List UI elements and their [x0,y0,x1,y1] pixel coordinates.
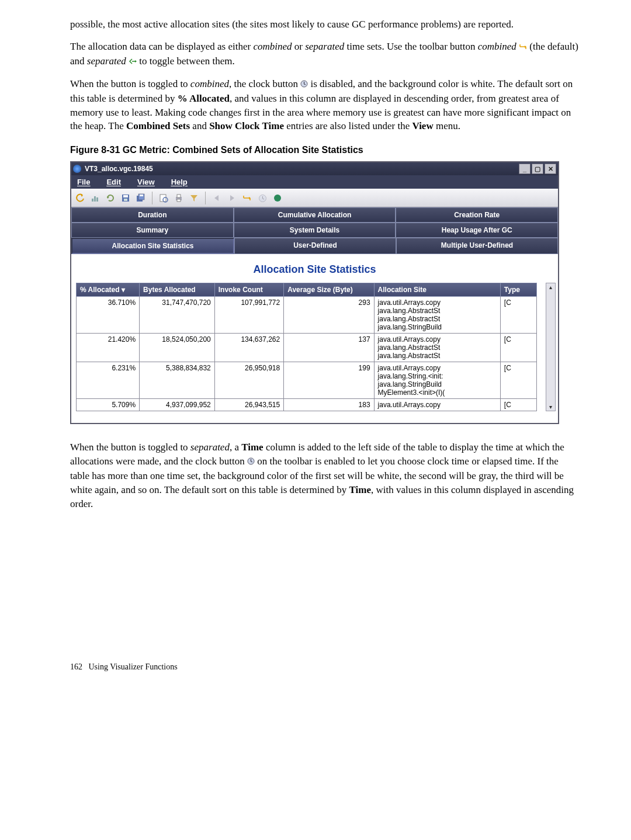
tab-allocation-site-statistics[interactable]: Allocation Site Statistics [71,238,234,254]
tab-user-defined[interactable]: User-Defined [234,238,396,254]
table-row[interactable]: 21.420% 18,524,050,200 134,637,262 137 j… [77,334,537,362]
table-header-row: % Allocated▾ Bytes Allocated Invoke Coun… [77,283,537,297]
menu-file[interactable]: File [77,178,90,186]
combined-icon [519,40,527,54]
clock-icon [300,78,308,92]
scroll-up-icon[interactable]: ▴ [549,283,552,291]
menu-help[interactable]: Help [171,178,188,186]
svg-rect-1 [92,199,93,202]
undo-icon[interactable] [75,193,85,203]
combined-toolbar-icon[interactable] [242,193,252,203]
page-footer: 162 Using Visualizer Functions [70,662,578,672]
scroll-down-icon[interactable]: ▾ [549,403,552,411]
page-number: 162 [70,662,82,671]
figure-caption: Figure 8-31 GC Metric: Combined Sets of … [70,145,578,155]
chart-icon[interactable] [90,193,100,203]
print-icon[interactable] [174,193,184,203]
toolbar [71,189,558,207]
col-pct-allocated[interactable]: % Allocated▾ [77,283,140,297]
body-paragraph-3: When the button is toggled to combined, … [70,77,578,133]
col-allocation-site[interactable]: Allocation Site [374,283,500,297]
table-row[interactable]: 5.709% 4,937,099,952 26,943,515 183 java… [77,399,537,411]
minimize-button[interactable]: _ [519,164,531,174]
col-type[interactable]: Type [500,283,536,297]
stop-icon[interactable] [272,193,283,203]
col-bytes-allocated[interactable]: Bytes Allocated [140,283,215,297]
separated-icon [129,55,137,69]
sort-desc-icon: ▾ [122,286,125,294]
tab-summary[interactable]: Summary [71,223,234,238]
body-paragraph-4: When the button is toggled to separated,… [70,440,578,511]
vertical-scrollbar[interactable]: ▴ ▾ [546,283,556,411]
close-button[interactable]: ✕ [545,164,556,174]
svg-rect-2 [94,196,96,202]
tab-system-details[interactable]: System Details [234,223,396,238]
section-title: Allocation Site Statistics [71,254,558,283]
svg-rect-3 [96,197,98,202]
menu-bar: File Edit View Help [71,175,558,189]
body-paragraph-2: The allocation data can be displayed as … [70,40,578,69]
clock-toolbar-icon[interactable] [257,193,268,203]
tab-cumulative-allocation[interactable]: Cumulative Allocation [234,207,396,223]
svg-rect-9 [140,195,143,196]
forward-icon[interactable] [227,193,237,203]
tab-multiple-user-defined[interactable]: Multiple User-Defined [396,238,558,254]
svg-point-16 [274,195,281,202]
svg-rect-14 [177,199,181,202]
svg-rect-5 [123,195,128,197]
preview-icon[interactable] [158,193,169,203]
app-icon [73,165,81,173]
tab-heap-usage[interactable]: Heap Usage After GC [396,223,558,238]
save-icon[interactable] [120,193,131,203]
window-title: VT3_alloc.vgc.19845 [85,165,153,173]
svg-rect-6 [124,199,127,201]
allocation-table: % Allocated▾ Bytes Allocated Invoke Coun… [76,283,537,411]
maximize-button[interactable]: ▢ [532,164,543,174]
tab-row-3: Allocation Site Statistics User-Defined … [71,238,558,254]
chapter-name: Using Visualizer Functions [89,662,178,671]
table-row[interactable]: 6.231% 5,388,834,832 26,950,918 199 java… [77,362,537,399]
menu-view[interactable]: View [137,178,155,186]
col-average-size[interactable]: Average Size (Byte) [284,283,374,297]
title-bar[interactable]: VT3_alloc.vgc.19845 _ ▢ ✕ [71,162,558,175]
col-invoke-count[interactable]: Invoke Count [214,283,283,297]
refresh-icon[interactable] [105,193,116,203]
tab-creation-rate[interactable]: Creation Rate [396,207,558,223]
clock-icon [247,455,255,469]
tab-row-1: Duration Cumulative Allocation Creation … [71,207,558,223]
table-row[interactable]: 36.710% 31,747,470,720 107,991,772 293 j… [77,297,537,334]
svg-rect-13 [177,195,181,197]
body-paragraph-1: possible, the most active allocation sit… [70,18,578,32]
filter-icon[interactable] [189,193,199,203]
back-icon[interactable] [212,193,222,203]
menu-edit[interactable]: Edit [106,178,121,186]
tab-row-2: Summary System Details Heap Usage After … [71,223,558,238]
save-all-icon[interactable] [136,193,146,203]
app-window: VT3_alloc.vgc.19845 _ ▢ ✕ File Edit View… [70,161,559,424]
tab-duration[interactable]: Duration [71,207,234,223]
